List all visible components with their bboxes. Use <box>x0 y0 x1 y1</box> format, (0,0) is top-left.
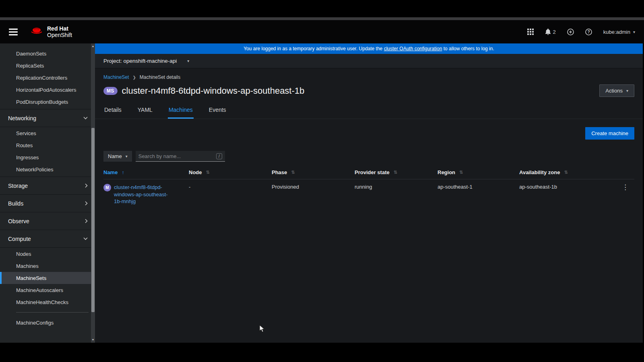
sidebar-item-replicasets[interactable]: ReplicaSets <box>0 60 95 72</box>
column-header-region[interactable]: Region ⇅ <box>438 169 519 175</box>
scrollbar-up-arrow-icon[interactable]: ▲ <box>91 44 95 48</box>
sidebar-scrollbar[interactable]: ▲ ▼ <box>91 43 95 343</box>
banner-text-before: You are logged in as a temporary adminis… <box>244 46 384 51</box>
title-row: MS cluster-n4mf8-6tdpd-windows-ap-southe… <box>103 84 634 97</box>
project-selector[interactable]: Project: openshift-machine-api ▾ <box>95 54 643 68</box>
sidebar-section-label: Observe <box>8 218 29 224</box>
brand-text: Red Hat OpenShift <box>47 25 72 38</box>
sidebar-section-compute[interactable]: Compute <box>0 230 95 248</box>
cluster-oauth-configuration-link[interactable]: cluster OAuth configuration <box>384 46 442 51</box>
create-machine-button[interactable]: Create machine <box>585 127 634 140</box>
sidebar-section-storage[interactable]: Storage <box>0 177 95 195</box>
scrollbar-thumb[interactable] <box>91 128 95 312</box>
chevron-down-icon <box>83 237 88 240</box>
sidebar-item-machineautoscalers[interactable]: MachineAutoscalers <box>0 284 95 296</box>
sidebar-item-label: DaemonSets <box>16 51 46 57</box>
login-warning-banner: You are logged in as a temporary adminis… <box>95 43 643 54</box>
column-header-availability-zone[interactable]: Availability zone ⇅ <box>519 169 604 175</box>
tab-events[interactable]: Events <box>208 103 227 119</box>
availability-zone-cell: ap-southeast-1b <box>519 184 604 205</box>
machine-name-link[interactable]: cluster-n4mf8-6tdpd-windows-ap-southeast… <box>114 184 174 205</box>
tab-machines[interactable]: Machines <box>168 103 194 119</box>
chevron-down-icon: ▾ <box>633 30 635 34</box>
machine-resource-badge: M <box>103 184 111 191</box>
help-icon[interactable]: ? <box>585 29 592 35</box>
sidebar-section-label: Builds <box>8 200 23 207</box>
brand-line2: OpenShift <box>47 32 72 38</box>
sidebar-section-observe[interactable]: Observe <box>0 212 95 230</box>
machines-panel: Create machine Name ▾ / Name <box>95 119 643 343</box>
column-header-provider-state[interactable]: Provider state ⇅ <box>355 169 438 175</box>
tab-yaml[interactable]: YAML <box>137 103 153 119</box>
provider-state-cell: running <box>355 184 438 205</box>
phase-cell: Provisioned <box>272 184 355 205</box>
sort-icon: ⇅ <box>459 170 463 175</box>
breadcrumb-machineset-link[interactable]: MachineSet <box>103 74 129 80</box>
sidebar-item-label: ReplicationControllers <box>16 75 67 81</box>
openshift-console-screen: Red Hat OpenShift 2 ? kube:admin ▾ <box>0 0 644 362</box>
sort-ascending-icon: ↑ <box>122 170 124 175</box>
sidebar-item-services[interactable]: Services <box>0 127 95 139</box>
tab-details[interactable]: Details <box>103 103 122 119</box>
sidebar-section-label: Networking <box>8 115 36 121</box>
sidebar-item-machinehealthchecks[interactable]: MachineHealthChecks <box>0 296 95 308</box>
sidebar-item-daemonsets[interactable]: DaemonSets <box>0 47 95 60</box>
app-launcher-icon[interactable] <box>527 29 534 35</box>
machineset-resource-badge: MS <box>103 87 118 95</box>
sidebar-nav: DaemonSets ReplicaSets ReplicationContro… <box>0 43 95 343</box>
sidebar-item-label: MachineHealthChecks <box>16 299 68 305</box>
sidebar-item-horizontalpodautoscalers[interactable]: HorizontalPodAutoscalers <box>0 84 95 96</box>
masthead-toolbar: 2 ? kube:admin ▾ <box>527 29 635 35</box>
quick-create-plus-icon[interactable] <box>567 29 574 35</box>
sidebar-item-networkpolicies[interactable]: NetworkPolicies <box>0 163 95 175</box>
chevron-down-icon: ▾ <box>626 88 628 93</box>
search-input[interactable] <box>138 153 216 159</box>
table-header-row: Name ↑ Node ⇅ Phase ⇅ Provider state <box>103 169 634 179</box>
username: kube:admin <box>603 29 630 35</box>
sidebar-item-routes[interactable]: Routes <box>0 139 95 151</box>
search-box: / <box>136 151 225 162</box>
sort-icon: ⇅ <box>394 170 397 175</box>
sidebar-item-label: Ingresses <box>16 154 39 160</box>
sidebar-item-label: MachineConfigs <box>16 320 54 326</box>
project-selector-label: Project: openshift-machine-api <box>103 58 177 64</box>
nav-toggle-hamburger-icon[interactable] <box>9 29 18 35</box>
breadcrumb-current: MachineSet details <box>140 74 180 80</box>
sidebar-item-poddisruptionbudgets[interactable]: PodDisruptionBudgets <box>0 96 95 108</box>
notification-count: 2 <box>553 29 556 35</box>
user-menu[interactable]: kube:admin ▾ <box>603 29 635 35</box>
column-header-node[interactable]: Node ⇅ <box>189 169 272 175</box>
chevron-down-icon: ▾ <box>126 154 128 158</box>
sidebar-section-builds[interactable]: Builds <box>0 194 95 212</box>
sidebar-item-machineconfigs[interactable]: MachineConfigs <box>0 317 95 329</box>
sidebar-item-replicationcontrollers[interactable]: ReplicationControllers <box>0 72 95 84</box>
sort-icon: ⇅ <box>206 170 210 175</box>
sidebar-item-label: NetworkPolicies <box>16 167 53 173</box>
row-kebab-menu-icon[interactable]: ⋮ <box>604 184 634 205</box>
actions-dropdown-button[interactable]: Actions ▾ <box>599 84 634 97</box>
sidebar-item-label: HorizontalPodAutoscalers <box>16 87 76 93</box>
column-header-name[interactable]: Name ↑ <box>103 169 189 175</box>
chevron-right-icon <box>85 219 88 223</box>
breadcrumb-separator-icon: ❯ <box>132 75 136 80</box>
sidebar-item-machines[interactable]: Machines <box>0 260 95 272</box>
chevron-right-icon <box>85 183 88 188</box>
sidebar-item-machinesets[interactable]: MachineSets <box>0 272 95 284</box>
notifications-bell-icon[interactable]: 2 <box>545 29 556 35</box>
node-cell: - <box>189 184 272 205</box>
scrollbar-down-arrow-icon[interactable]: ▼ <box>91 338 95 342</box>
banner-text-after: to allow others to log in. <box>442 46 494 51</box>
sidebar-item-nodes[interactable]: Nodes <box>0 248 95 260</box>
filter-toolbar: Name ▾ / <box>103 151 634 162</box>
sidebar-section-label: Storage <box>8 183 28 189</box>
column-header-phase[interactable]: Phase ⇅ <box>272 169 355 175</box>
sidebar-item-ingresses[interactable]: Ingresses <box>0 151 95 163</box>
sidebar-item-label: MachineAutoscalers <box>16 287 63 293</box>
sidebar-item-label: Nodes <box>16 251 31 257</box>
filter-type-dropdown[interactable]: Name ▾ <box>103 151 132 162</box>
sidebar-item-label: PodDisruptionBudgets <box>16 99 68 105</box>
sidebar-item-label: Services <box>16 130 36 136</box>
content-area: You are logged in as a temporary adminis… <box>95 43 643 343</box>
sidebar-section-networking[interactable]: Networking <box>0 109 95 127</box>
page-header: MachineSet ❯ MachineSet details MS clust… <box>95 68 643 97</box>
